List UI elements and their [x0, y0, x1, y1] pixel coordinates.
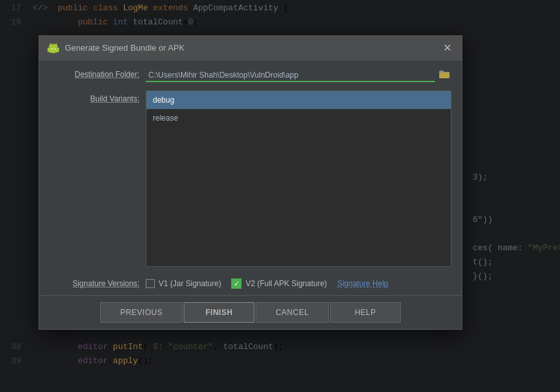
dest-folder-input-row — [146, 68, 451, 83]
v1-checkbox-label[interactable]: V1 (Jar Signature) — [146, 279, 221, 288]
dialog-body: Destination Folder: Build Variants: — [39, 60, 462, 295]
previous-button[interactable]: PREVIOUS — [100, 302, 182, 323]
help-button[interactable]: HELP — [330, 302, 401, 323]
dialog-title: Generate Signed Bundle or APK — [65, 43, 184, 53]
variant-item-debug[interactable]: debug — [146, 91, 451, 109]
v2-checkbox[interactable]: ✓ — [231, 278, 241, 289]
build-variants-label: Build Variants: — [49, 90, 139, 103]
android-icon — [47, 42, 60, 55]
variants-list[interactable]: debug release — [146, 90, 451, 267]
v1-label: V1 (Jar Signature) — [159, 279, 221, 288]
signature-versions-row: Signature Versions: V1 (Jar Signature) ✓… — [39, 272, 462, 295]
signature-options: V1 (Jar Signature) ✓ V2 (Full APK Signat… — [146, 278, 389, 289]
signature-versions-label: Signature Versions: — [49, 279, 139, 288]
browse-folder-button[interactable] — [437, 68, 451, 83]
signature-help-link[interactable]: Signature Help — [337, 279, 388, 288]
dialog-title-left: Generate Signed Bundle or APK — [47, 42, 184, 55]
finish-button[interactable]: FINISH — [184, 302, 254, 323]
destination-folder-input[interactable] — [146, 69, 435, 82]
destination-folder-row: Destination Folder: — [39, 60, 462, 88]
v2-checkbox-label[interactable]: ✓ V2 (Full APK Signature) — [231, 278, 327, 289]
svg-rect-7 — [58, 47, 60, 52]
variant-item-release[interactable]: release — [146, 109, 451, 127]
dialog-generate-apk: Generate Signed Bundle or APK ✕ Destinat… — [39, 35, 462, 330]
destination-folder-input-area — [146, 68, 451, 83]
close-button[interactable]: ✕ — [441, 42, 454, 55]
svg-point-8 — [49, 44, 58, 48]
svg-rect-6 — [48, 47, 49, 52]
dialog-titlebar: Generate Signed Bundle or APK ✕ — [39, 36, 462, 60]
v1-checkbox[interactable] — [146, 279, 155, 288]
dialog-footer: PREVIOUS FINISH CANCEL HELP — [39, 295, 462, 329]
build-variants-area: Build Variants: debug release — [39, 88, 462, 272]
cancel-button[interactable]: CANCEL — [256, 302, 329, 323]
destination-folder-label: Destination Folder: — [49, 68, 139, 79]
v2-label: V2 (Full APK Signature) — [245, 279, 327, 288]
